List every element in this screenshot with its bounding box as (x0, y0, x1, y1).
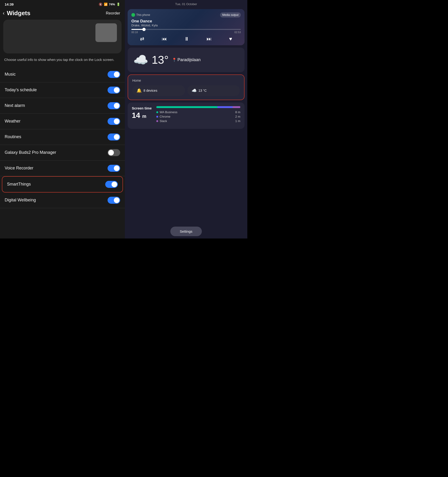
toggle-todays-schedule[interactable] (108, 87, 120, 94)
right-panel: Tue, 01 October This phone Media output … (125, 0, 247, 238)
legend-dot (156, 120, 158, 122)
widget-label-weather: Weather (5, 119, 21, 124)
legend-item: Chrome2 m (156, 115, 240, 118)
status-right: 🔇 📶 74% 🔋 (99, 3, 120, 6)
toggle-smartthings[interactable] (105, 181, 118, 188)
wa-bar-segment (156, 106, 217, 108)
home-buttons: 🔔 8 devices ☁️ 13 °C (132, 85, 240, 96)
home-title: Home (132, 79, 240, 82)
widget-label-routines: Routines (5, 134, 21, 139)
legend-app-name: Slack (160, 119, 234, 123)
widget-label-todays-schedule: Today's schedule (5, 88, 37, 92)
description: Choose useful info to show when you tap … (0, 57, 125, 67)
toggle-weather[interactable] (108, 118, 120, 125)
legend-dot (156, 116, 158, 118)
mute-icon: 🔇 (99, 3, 102, 6)
widget-item-galaxy-buds[interactable]: Galaxy Buds2 Pro Manager (0, 145, 125, 161)
spotify-icon (131, 13, 135, 17)
status-time: 14:39 (5, 2, 13, 6)
toggle-voice-recorder[interactable] (108, 165, 120, 172)
music-controls: ⇄ ⏮ ⏸ ⏭ ♥ (131, 36, 241, 42)
screen-time-label: Screen time (132, 106, 152, 110)
legend-app-name: WA Business (160, 110, 234, 114)
music-card: This phone Media output One Dance Drake,… (128, 9, 245, 45)
next-button[interactable]: ⏭ (207, 36, 212, 42)
legend-app-time: 2 m (235, 115, 240, 118)
toggle-galaxy-buds[interactable] (108, 149, 120, 156)
widget-label-music: Music (5, 72, 16, 77)
temp-cloud-icon: ☁️ (191, 88, 197, 93)
devices-button[interactable]: 🔔 8 devices (132, 85, 185, 96)
widget-item-next-alarm[interactable]: Next alarm (0, 98, 125, 114)
widget-item-smartthings[interactable]: SmartThings (2, 176, 123, 192)
slack-bar-segment (233, 106, 240, 108)
widget-label-digital-wellbeing: Digital Wellbeing (5, 198, 36, 203)
chrome-bar-segment (217, 106, 233, 108)
widget-label-voice-recorder: Voice Recorder (5, 166, 33, 171)
legend-app-name: Chrome (160, 115, 234, 118)
progress-bar[interactable] (131, 29, 241, 30)
widget-item-digital-wellbeing[interactable]: Digital Wellbeing (0, 192, 125, 208)
widget-item-routines[interactable]: Routines (0, 129, 125, 145)
toggle-music[interactable] (108, 71, 120, 78)
toggle-routines[interactable] (108, 133, 120, 141)
widget-item-weather[interactable]: Weather (0, 114, 125, 129)
weather-card: ☁️ 13° 📍 Paradijslaan (128, 48, 245, 72)
song-title: One Dance (131, 19, 241, 24)
wifi-icon: 📶 (104, 3, 108, 6)
devices-icon: 🔔 (137, 88, 142, 93)
music-source: This phone (131, 13, 150, 17)
weather-location: 📍 Paradijslaan (172, 57, 201, 62)
widget-item-todays-schedule[interactable]: Today's schedule (0, 82, 125, 98)
toggle-next-alarm[interactable] (108, 102, 120, 109)
previous-button[interactable]: ⏮ (162, 36, 167, 42)
legend-app-time: 1 m (235, 119, 240, 123)
legend-dot (156, 111, 158, 113)
battery-icon: 🔋 (116, 3, 120, 6)
time-duration: 02:53 (234, 31, 241, 34)
shuffle-button[interactable]: ⇄ (140, 36, 144, 42)
media-output-button[interactable]: Media output (220, 12, 241, 18)
song-artist: Drake, Wizkid, Kyla (131, 24, 241, 27)
widget-item-voice-recorder[interactable]: Voice Recorder (0, 161, 125, 176)
cloud-icon: ☁️ (133, 53, 148, 67)
screen-time-bar (156, 106, 240, 108)
legend-item: Slack1 m (156, 119, 240, 123)
legend-app-time: 8 m (235, 110, 240, 114)
left-panel: 14:39 🔇 📶 74% 🔋 ‹ Widgets Reorder Choose… (0, 0, 125, 238)
reorder-button[interactable]: Reorder (106, 11, 120, 16)
time-elapsed: 00:18 (131, 31, 138, 34)
like-button[interactable]: ♥ (229, 36, 232, 42)
time-labels: 00:18 02:53 (131, 31, 241, 34)
widget-item-music[interactable]: Music (0, 67, 125, 82)
toggle-digital-wellbeing[interactable] (108, 197, 120, 204)
back-button[interactable]: ‹ (3, 10, 4, 16)
page-title: Widgets (7, 10, 106, 17)
pause-button[interactable]: ⏸ (184, 36, 189, 42)
screen-legend: WA Business8 mChrome2 mSlack1 m (156, 110, 240, 123)
header: ‹ Widgets Reorder (0, 8, 125, 20)
widget-list: MusicToday's scheduleNext alarmWeatherRo… (0, 67, 125, 239)
temp-label: 13 °C (199, 89, 207, 92)
home-card: Home 🔔 8 devices ☁️ 13 °C (128, 74, 245, 100)
clock-placeholder (96, 23, 117, 42)
widget-label-smartthings: SmartThings (7, 182, 31, 187)
devices-label: 8 devices (143, 89, 157, 92)
legend-item: WA Business8 m (156, 110, 240, 114)
weather-temperature: 13° (152, 54, 169, 66)
date-header: Tue, 01 October (128, 2, 245, 7)
clock-preview (3, 20, 122, 54)
location-pin-icon: 📍 (172, 58, 177, 62)
widget-label-galaxy-buds: Galaxy Buds2 Pro Manager (5, 150, 56, 155)
settings-button[interactable]: Settings (170, 227, 202, 236)
status-bar: 14:39 🔇 📶 74% 🔋 (0, 0, 125, 8)
battery-label: 74% (109, 3, 115, 6)
screen-time-value: 14 m (132, 111, 152, 120)
temperature-button[interactable]: ☁️ 13 °C (187, 85, 240, 96)
screen-time-card: Screen time 14 m WA Business8 mChrome2 m… (128, 102, 245, 129)
widget-label-next-alarm: Next alarm (5, 103, 25, 108)
